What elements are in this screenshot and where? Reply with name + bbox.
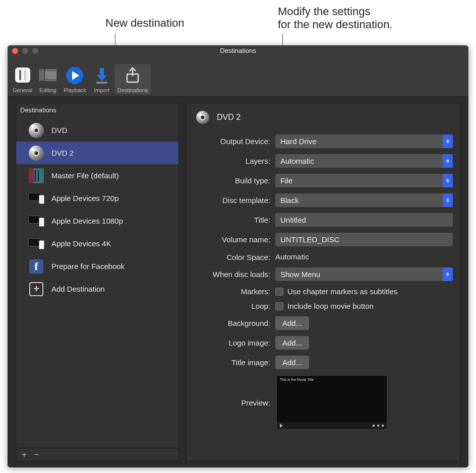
- label-markers: Markers:: [194, 287, 275, 296]
- editing-icon: [38, 66, 57, 85]
- maximize-button[interactable]: [32, 48, 38, 54]
- label-title: Title:: [194, 216, 275, 224]
- chevron-updown-icon: [443, 267, 453, 281]
- loop-checkbox[interactable]: [275, 302, 283, 310]
- apple-devices-icon: [28, 236, 44, 252]
- window-body: Destinations DVD DVD 2 Master File (defa…: [8, 97, 468, 467]
- sidebar-item-apple-720p[interactable]: Apple Devices 720p: [16, 187, 178, 210]
- sidebar-item-master-file[interactable]: Master File (default): [16, 164, 178, 187]
- sidebar-item-label: DVD: [51, 126, 68, 134]
- sidebar-item-facebook[interactable]: f Prepare for Facebook: [16, 255, 178, 278]
- add-destination-icon: +: [28, 281, 44, 297]
- disc-template-popup[interactable]: Black: [275, 193, 453, 207]
- build-type-value: File: [280, 176, 292, 185]
- settings-form: Output Device: Hard Drive Layers: Automa…: [194, 134, 453, 430]
- sidebar-header: Destinations: [16, 103, 178, 119]
- toolbar-general[interactable]: General: [10, 64, 35, 94]
- close-button[interactable]: [12, 48, 18, 54]
- disc-icon: [28, 122, 44, 139]
- label-when-disc-loads: When disc loads:: [194, 270, 275, 279]
- loop-check-label: Include loop movie button: [287, 302, 374, 310]
- destination-settings-panel: DVD 2 Output Device: Hard Drive Layers:: [186, 103, 460, 461]
- preview-control-icon: [373, 425, 375, 427]
- settings-header: DVD 2: [194, 109, 453, 125]
- add-button[interactable]: +: [20, 450, 28, 460]
- logo-add-button[interactable]: Add...: [275, 336, 309, 350]
- label-title-image: Title image:: [194, 358, 275, 367]
- button-label: Add...: [282, 339, 302, 347]
- volume-name-value: UNTITLED_DISC: [280, 235, 340, 244]
- button-label: Add...: [282, 319, 302, 327]
- titlebar: Destinations: [8, 45, 468, 56]
- sidebar-item-dvd[interactable]: DVD: [16, 119, 178, 142]
- markers-checkbox[interactable]: [275, 288, 283, 296]
- label-logo-image: Logo image:: [194, 339, 275, 347]
- sidebar-item-label: DVD 2: [51, 149, 74, 157]
- layers-popup[interactable]: Automatic: [275, 154, 453, 168]
- toolbar: General Editing: [8, 56, 468, 97]
- layers-value: Automatic: [280, 157, 314, 165]
- output-device-popup[interactable]: Hard Drive: [275, 134, 453, 148]
- share-icon: [123, 66, 142, 85]
- master-file-icon: [28, 168, 44, 184]
- toolbar-playback[interactable]: Playback: [61, 64, 89, 94]
- chevron-updown-icon: [443, 174, 453, 187]
- background-add-button[interactable]: Add...: [275, 316, 309, 330]
- svg-rect-1: [19, 70, 21, 80]
- volume-name-field[interactable]: UNTITLED_DISC: [275, 233, 453, 246]
- label-output-device: Output Device:: [194, 137, 275, 146]
- chevron-updown-icon: [443, 154, 453, 168]
- markers-check-label: Use chapter markers as subtitles: [287, 287, 397, 296]
- window-title: Destinations: [8, 45, 468, 56]
- label-volume-name: Volume name:: [194, 235, 275, 244]
- preferences-general-icon: [13, 66, 32, 85]
- title-image-add-button[interactable]: Add...: [275, 356, 309, 369]
- when-disc-loads-value: Show Menu: [280, 270, 320, 279]
- play-icon: [65, 66, 84, 85]
- sidebar-footer: + −: [16, 448, 178, 461]
- sidebar-list: DVD DVD 2 Master File (default) Apple De…: [16, 119, 178, 448]
- callout-new-destination: New destination: [105, 17, 185, 30]
- label-color-space: Color Space:: [194, 253, 275, 261]
- toolbar-destinations-label: Destinations: [117, 87, 148, 93]
- apple-devices-icon: [28, 213, 44, 229]
- preferences-window: Destinations General: [8, 45, 468, 467]
- label-background: Background:: [194, 319, 275, 327]
- toolbar-import[interactable]: Import: [89, 64, 114, 94]
- svg-rect-2: [24, 70, 26, 80]
- svg-rect-0: [15, 67, 30, 83]
- remove-button[interactable]: −: [32, 450, 40, 460]
- button-label: Add...: [282, 358, 302, 367]
- color-space-value: Automatic: [275, 252, 309, 261]
- preview-play-icon: [280, 424, 283, 428]
- svg-rect-4: [45, 70, 56, 81]
- toolbar-editing[interactable]: Editing: [35, 64, 61, 94]
- toolbar-import-label: Import: [94, 87, 109, 93]
- label-build-type: Build type:: [194, 176, 275, 185]
- sidebar-item-apple-4k[interactable]: Apple Devices 4K: [16, 232, 178, 255]
- label-disc-template: Disc template:: [194, 196, 275, 205]
- title-field[interactable]: Untitled: [275, 213, 453, 227]
- svg-rect-12: [100, 68, 104, 75]
- disc-icon: [28, 145, 44, 161]
- output-device-value: Hard Drive: [280, 137, 317, 146]
- callout-modify-settings: Modify the settings for the new destinat…: [278, 5, 392, 31]
- label-loop: Loop:: [194, 302, 275, 310]
- import-icon: [92, 66, 111, 85]
- minimize-button[interactable]: [22, 48, 28, 54]
- sidebar-item-label: Apple Devices 1080p: [51, 217, 123, 225]
- destinations-sidebar: Destinations DVD DVD 2 Master File (defa…: [16, 103, 179, 461]
- svg-marker-13: [97, 75, 107, 81]
- chevron-updown-icon: [443, 193, 453, 207]
- sidebar-item-dvd2[interactable]: DVD 2: [16, 142, 178, 164]
- sidebar-item-label: Prepare for Facebook: [51, 262, 125, 271]
- build-type-popup[interactable]: File: [275, 174, 453, 187]
- toolbar-general-label: General: [13, 87, 32, 93]
- preview-control-icon: [377, 425, 379, 427]
- sidebar-item-label: Apple Devices 720p: [51, 194, 118, 202]
- sidebar-item-apple-1080p[interactable]: Apple Devices 1080p: [16, 210, 178, 232]
- facebook-icon: f: [28, 258, 44, 275]
- sidebar-item-add-destination[interactable]: + Add Destination: [16, 278, 178, 300]
- when-disc-loads-popup[interactable]: Show Menu: [275, 267, 453, 281]
- toolbar-destinations[interactable]: Destinations: [114, 64, 151, 94]
